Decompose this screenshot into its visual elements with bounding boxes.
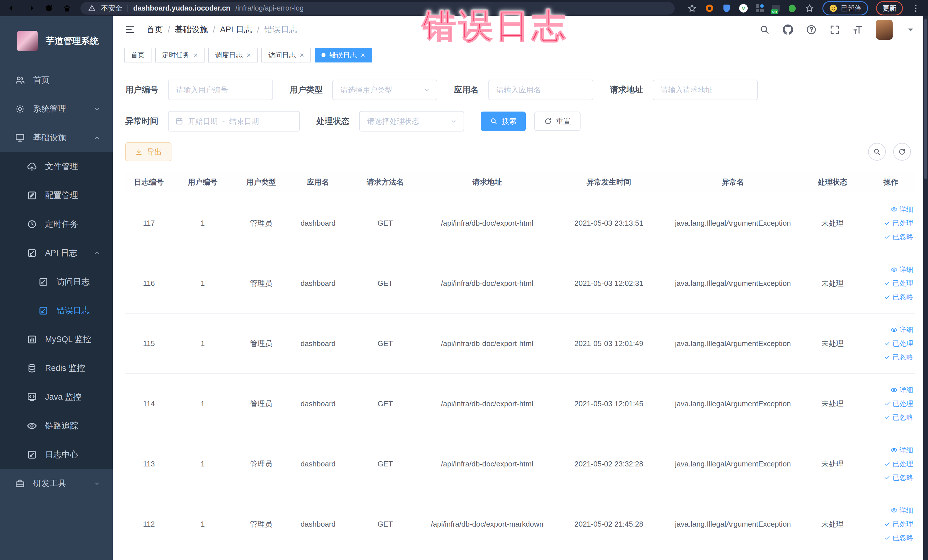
toggle-search-button[interactable] — [868, 143, 886, 160]
extension-icon-1[interactable] — [705, 4, 714, 13]
extension-icon-7[interactable] — [805, 3, 815, 13]
exception-time-label: 异常时间 — [125, 116, 158, 127]
sidebar-item[interactable]: Redis 监控 — [0, 354, 113, 383]
sidebar-item[interactable]: 定时任务 — [0, 210, 113, 238]
tab-定时任务[interactable]: 定时任务× — [155, 48, 205, 63]
tab-label: 调度日志 — [215, 50, 243, 60]
github-icon[interactable] — [783, 24, 793, 35]
breadcrumb-item[interactable]: 基础设施 — [175, 24, 208, 35]
browser-menu-icon[interactable] — [911, 3, 920, 13]
action-详细[interactable]: 详细 — [891, 205, 913, 214]
browser-forward-icon[interactable] — [26, 3, 35, 13]
sidebar-item[interactable]: Java 监控 — [0, 383, 113, 411]
sidebar-item[interactable]: 系统管理 — [0, 95, 113, 123]
browser-update-button[interactable]: 更新 — [876, 1, 903, 15]
request-url-input[interactable] — [653, 79, 758, 100]
close-tab-icon[interactable]: × — [299, 51, 304, 59]
app-name-input[interactable] — [488, 79, 594, 100]
action-详细[interactable]: 详细 — [891, 506, 913, 515]
address-bar[interactable]: 不安全 dashboard.yudao.iocoder.cn/infra/log… — [81, 2, 675, 15]
paused-extension-pill[interactable]: 已暂停 — [823, 1, 868, 15]
action-已忽略[interactable]: 已忽略 — [884, 413, 913, 422]
insecure-warning-icon[interactable] — [88, 4, 96, 12]
action-已忽略[interactable]: 已忽略 — [884, 232, 913, 241]
app-logo[interactable]: 芋道管理系统 — [0, 16, 113, 66]
user-type-select[interactable]: 请选择用户类型 — [332, 79, 437, 100]
check-icon — [884, 474, 891, 481]
browser-home-icon[interactable] — [62, 3, 72, 13]
close-tab-icon[interactable]: × — [246, 51, 251, 59]
header-search-icon[interactable] — [759, 24, 770, 35]
table-cell: dashboard — [290, 193, 346, 253]
sidebar-item[interactable]: 错误日志 — [0, 296, 113, 325]
user-id-input[interactable] — [168, 79, 273, 100]
sidebar-item[interactable]: MySQL 监控 — [0, 325, 113, 354]
close-tab-icon[interactable]: × — [194, 51, 198, 59]
calendar-icon — [175, 117, 183, 125]
tab-错误日志[interactable]: 错误日志× — [314, 48, 372, 63]
sidebar-item[interactable]: API 日志 — [0, 238, 113, 267]
action-已忽略[interactable]: 已忽略 — [884, 473, 913, 482]
scrollbar-thumb[interactable] — [924, 19, 927, 179]
help-icon[interactable] — [806, 24, 817, 35]
action-已处理[interactable]: 已处理 — [884, 519, 913, 529]
user-menu-caret-icon[interactable] — [905, 24, 916, 35]
extension-icon-6[interactable] — [788, 4, 797, 13]
table-cell: 管理员 — [233, 374, 290, 434]
update-label: 更新 — [883, 4, 896, 13]
extension-icon-2[interactable] — [722, 4, 731, 13]
action-详细[interactable]: 详细 — [891, 446, 913, 455]
user-avatar[interactable] — [876, 20, 893, 40]
action-label: 已忽略 — [893, 232, 913, 241]
sidebar-item[interactable]: 链路追踪 — [0, 411, 113, 440]
extension-icon-4[interactable] — [756, 4, 764, 12]
reset-button[interactable]: 重置 — [534, 111, 580, 131]
process-status-select[interactable]: 请选择处理状态 — [359, 111, 464, 131]
action-已处理[interactable]: 已处理 — [884, 459, 913, 468]
sidebar-item[interactable]: 研发工具 — [0, 469, 113, 498]
action-已处理[interactable]: 已处理 — [884, 339, 913, 348]
action-详细[interactable]: 详细 — [891, 385, 913, 395]
sidebar-item-label: MySQL 监控 — [45, 334, 91, 345]
address-divider — [128, 5, 128, 12]
action-已忽略[interactable]: 已忽略 — [884, 352, 913, 362]
fullscreen-icon[interactable] — [829, 24, 840, 35]
browser-back-icon[interactable] — [8, 3, 17, 13]
table-cell: /api/infra/db-doc/export-html — [424, 253, 550, 314]
tab-访问日志[interactable]: 访问日志× — [261, 48, 311, 63]
action-已忽略[interactable]: 已忽略 — [884, 533, 913, 542]
sidebar-item[interactable]: 文件管理 — [0, 152, 113, 181]
table-cell: java.lang.IllegalArgumentException — [667, 374, 798, 434]
search-button[interactable]: 搜索 — [481, 111, 526, 131]
sidebar-item-label: Redis 监控 — [45, 363, 85, 374]
sidebar-item[interactable]: 基础设施 — [0, 123, 113, 152]
breadcrumb-item[interactable]: API 日志 — [220, 24, 252, 35]
actions-cell: 详细已处理已忽略 — [866, 494, 916, 554]
export-button[interactable]: 导出 — [125, 142, 171, 161]
sidebar-collapse-icon[interactable] — [125, 24, 136, 35]
extension-icon-5[interactable]: on — [772, 5, 780, 12]
action-已处理[interactable]: 已处理 — [884, 279, 913, 288]
check-icon — [884, 534, 891, 541]
sidebar-item[interactable]: 日志中心 — [0, 440, 113, 469]
refresh-table-button[interactable] — [893, 143, 911, 160]
action-详细[interactable]: 详细 — [891, 265, 913, 274]
sidebar-item[interactable]: 配置管理 — [0, 181, 113, 210]
action-已处理[interactable]: 已处理 — [884, 399, 913, 408]
breadcrumb-item[interactable]: 首页 — [147, 24, 163, 35]
extension-icon-3[interactable]: v — [739, 4, 748, 12]
action-详细[interactable]: 详细 — [891, 325, 913, 334]
app-root: 芋道管理系统 首页系统管理基础设施文件管理配置管理定时任务API 日志访问日志错… — [0, 16, 928, 560]
action-已忽略[interactable]: 已忽略 — [884, 292, 913, 302]
action-已处理[interactable]: 已处理 — [884, 218, 913, 227]
close-tab-icon[interactable]: × — [361, 51, 365, 59]
browser-reload-icon[interactable] — [44, 3, 53, 13]
bookmark-star-icon[interactable] — [687, 3, 697, 13]
page-scrollbar[interactable] — [923, 16, 928, 560]
exception-time-range-picker[interactable]: 开始日期 - 结束日期 — [168, 111, 300, 131]
tab-首页[interactable]: 首页 — [124, 48, 151, 63]
sidebar-item[interactable]: 首页 — [0, 66, 113, 95]
tab-调度日志[interactable]: 调度日志× — [208, 48, 258, 63]
sidebar-item[interactable]: 访问日志 — [0, 267, 113, 296]
font-size-icon[interactable] — [853, 24, 864, 35]
